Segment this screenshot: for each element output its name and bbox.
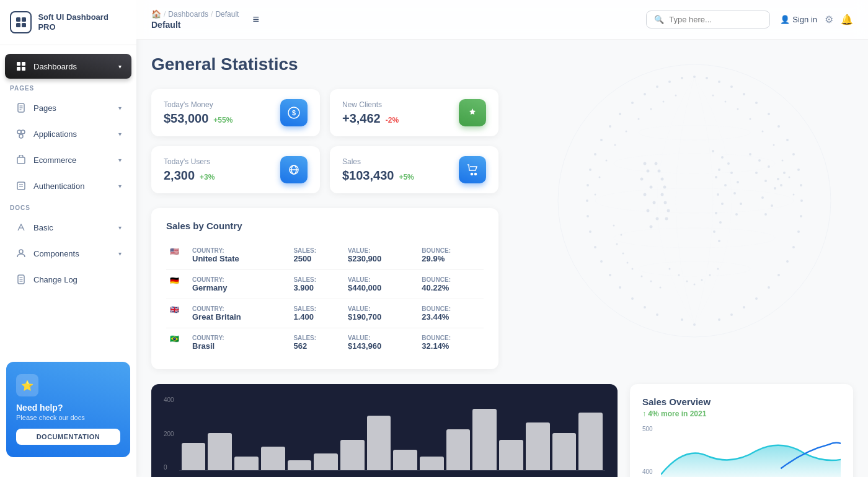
breadcrumb-dashboards: Dashboards	[168, 10, 208, 19]
stat-change-sales: +5%	[399, 173, 414, 182]
svg-point-82	[773, 144, 775, 146]
svg-point-89	[595, 194, 596, 196]
sidebar-item-basic[interactable]: Basic ▾	[5, 215, 131, 240]
svg-point-79	[638, 118, 640, 120]
svg-point-32	[656, 85, 658, 88]
svg-point-107	[712, 150, 714, 152]
svg-point-28	[718, 81, 720, 83]
col-value-country-de: Germany	[192, 283, 286, 292]
basic-chevron: ▾	[118, 224, 122, 231]
col-value-sales-gb: 1.400	[293, 312, 340, 322]
svg-point-155	[639, 125, 750, 140]
svg-rect-15	[17, 157, 25, 164]
bottom-row: 400 200 0 Sales Overview ↑ 4% more in 20…	[151, 384, 853, 477]
svg-point-46	[589, 168, 591, 171]
svg-point-99	[655, 162, 658, 165]
sidebar-item-pages[interactable]: Pages ▾	[5, 95, 131, 120]
menu-toggle-icon[interactable]: ≡	[249, 9, 263, 30]
docs-section-label: DOCS	[0, 199, 136, 214]
svg-point-84	[782, 160, 784, 162]
svg-point-44	[594, 153, 596, 155]
sidebar-item-applications[interactable]: Applications ▾	[5, 121, 131, 146]
stat-info-sales: Sales $103,430 +5%	[342, 157, 414, 183]
svg-point-143	[686, 281, 688, 282]
search-box: 🔍	[646, 11, 770, 28]
documentation-button[interactable]: DOCUMENTATION	[16, 429, 120, 445]
bar	[526, 422, 550, 470]
svg-point-83	[614, 144, 616, 146]
col-value-country-br: Brasil	[192, 341, 286, 351]
topbar: 🏠 / Dashboards / Default Default ≡ 🔍 👤 S…	[136, 0, 868, 40]
svg-point-20	[19, 250, 23, 253]
svg-point-74	[737, 108, 739, 110]
svg-point-94	[644, 193, 647, 196]
svg-point-131	[771, 204, 773, 207]
svg-point-41	[786, 139, 789, 141]
col-value-bounce-de: 40.22%	[422, 283, 480, 292]
svg-point-88	[793, 194, 795, 196]
bar	[552, 433, 577, 471]
changelog-icon	[15, 273, 27, 286]
globe-decoration: /* dots generated below */	[521, 40, 868, 362]
stats-grid: Today's Money $53,000 +55% $ New Client	[151, 89, 498, 193]
search-input[interactable]	[669, 15, 762, 24]
svg-point-65	[743, 306, 745, 309]
svg-point-81	[626, 131, 627, 133]
bell-icon[interactable]: 🔔	[841, 14, 853, 25]
table-row: 🇩🇪 Country: Germany Sales: 3.900 Value: …	[166, 270, 484, 299]
svg-point-72	[712, 95, 714, 97]
svg-point-134	[783, 172, 786, 174]
sidebar-nav: Dashboards ▾ PAGES Pages ▾	[0, 45, 136, 354]
col-value-sales-us: 2500	[293, 254, 340, 263]
stat-label-clients: New Clients	[342, 100, 399, 109]
y-label-0: 0	[164, 464, 174, 471]
svg-point-56	[594, 246, 596, 248]
stat-card-sales: Sales $103,430 +5%	[330, 146, 498, 193]
bar-wrap	[367, 396, 391, 470]
signin-button[interactable]: 👤 Sign in	[780, 15, 817, 24]
sidebar-item-components[interactable]: Components ▾	[5, 241, 131, 266]
app-name: Soft UI Dashboard PRO	[38, 12, 126, 32]
svg-point-137	[621, 234, 622, 236]
svg-point-86	[789, 177, 790, 178]
stat-change-users: +3%	[200, 173, 215, 182]
svg-point-115	[715, 212, 717, 214]
svg-point-62	[619, 286, 621, 289]
svg-point-144	[694, 284, 696, 286]
svg-point-92	[640, 178, 644, 181]
bar	[499, 440, 523, 471]
bar-wrap	[340, 396, 365, 470]
svg-point-145	[701, 279, 703, 281]
settings-icon[interactable]: ⚙	[825, 14, 833, 25]
sidebar-item-dashboards[interactable]: Dashboards ▾	[5, 54, 131, 79]
col-label-bounce-br: Bounce:	[422, 335, 480, 341]
sidebar-item-ecommerce[interactable]: Ecommerce ▾	[5, 147, 131, 172]
svg-point-114	[721, 203, 724, 205]
svg-point-63	[755, 297, 758, 300]
stat-card-users: Today's Users 2,300 +3%	[151, 146, 320, 193]
svg-point-105	[667, 209, 670, 212]
sidebar-item-changelog[interactable]: Change Log	[5, 267, 131, 292]
changelog-label: Change Log	[33, 275, 78, 284]
dashboards-chevron: ▾	[118, 63, 122, 70]
svg-point-154	[614, 228, 775, 248]
col-value-value-br: $143,960	[348, 341, 414, 351]
svg-point-60	[609, 274, 611, 276]
col-label-sales-us: Sales:	[293, 247, 340, 254]
sidebar-item-authentication[interactable]: Authentication ▾	[5, 173, 131, 198]
dashboards-label: Dashboards	[33, 62, 77, 71]
pages-label: Pages	[33, 103, 56, 113]
sidebar: Soft UI Dashboard PRO Dashboards ▾ PAGES	[0, 0, 136, 477]
svg-point-35	[755, 102, 758, 104]
svg-point-90	[644, 162, 647, 165]
bar	[578, 413, 603, 471]
svg-point-110	[718, 168, 720, 171]
svg-point-123	[735, 213, 738, 216]
svg-point-33	[743, 93, 745, 95]
components-icon	[15, 247, 27, 260]
svg-point-57	[786, 260, 789, 263]
bar	[472, 409, 497, 470]
svg-point-93	[650, 186, 653, 189]
flag-de: 🇩🇪	[170, 276, 179, 285]
svg-point-139	[622, 253, 624, 255]
